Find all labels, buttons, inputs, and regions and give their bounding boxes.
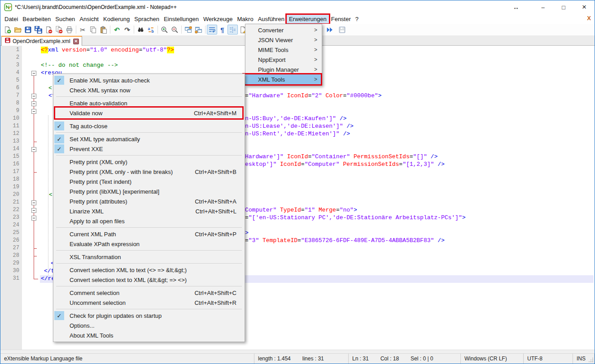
menu-item-plugin-manager[interactable]: Plugin Manager>: [245, 65, 322, 74]
menu-item-comment-selection[interactable]: Comment selectionCtrl+Alt+Shift+C: [53, 288, 245, 298]
minimize-button[interactable]: –: [533, 1, 553, 14]
code-line[interactable]: n-US:Lease','de-DE:Leasen']" />: [245, 123, 354, 130]
open-file-icon[interactable]: [13, 25, 23, 35]
line-number: 20: [0, 191, 19, 199]
menubar-item-kodierung[interactable]: Kodierung: [101, 15, 132, 23]
menu-item-label: Validate now: [70, 110, 102, 117]
code-line[interactable]: Hardware']" IconId="Container" Permissio…: [245, 153, 438, 161]
menu-item-set-xml-type-automatically[interactable]: ✓Set XML type automatically: [53, 134, 245, 144]
menu-item-about-xml-tools[interactable]: About XML Tools: [53, 330, 245, 340]
sync-horizontal-icon[interactable]: [193, 25, 204, 35]
menubar-item-makro[interactable]: Makro: [235, 15, 256, 23]
save-icon[interactable]: [23, 25, 33, 35]
code-line[interactable]: ="Hardware" IconId="2" Color="#0000be">: [245, 92, 381, 100]
copy-icon[interactable]: [88, 25, 98, 35]
menu-item-pretty-print-libxml-experimental[interactable]: Pretty print (libXML) [experimental]: [53, 186, 245, 196]
fold-toggle[interactable]: [31, 71, 36, 76]
menu-item-pretty-print-xml-only[interactable]: Pretty print (XML only): [53, 157, 245, 167]
run-macro-icon[interactable]: [324, 25, 335, 35]
cut-icon[interactable]: ✂: [78, 25, 88, 35]
menubar-item-ausf-hren[interactable]: Ausführen: [256, 15, 287, 23]
close-file-icon[interactable]: [44, 25, 54, 35]
menu-item-uncomment-selection[interactable]: Uncomment selectionCtrl+Alt+Shift+R: [53, 298, 245, 308]
save-all-icon[interactable]: [33, 25, 44, 35]
menu-item-convert-selection-xml-to-text-lt-gt[interactable]: Convert selection XML to text (<> => &lt…: [53, 265, 245, 275]
menubar-item-ansicht[interactable]: Ansicht: [77, 15, 101, 23]
maximize-button[interactable]: □: [553, 1, 574, 14]
menu-item-check-xml-syntax-now[interactable]: Check XML syntax now: [53, 85, 245, 95]
fold-toggle[interactable]: [31, 101, 36, 106]
code-line[interactable]: <?xml version="1.0" encoding="utf-8"?>: [41, 47, 174, 54]
menu-item-options[interactable]: Options...: [53, 321, 245, 330]
menu-item-label: Pretty print (XML only): [70, 159, 127, 165]
word-wrap-icon[interactable]: [207, 25, 217, 35]
fold-toggle[interactable]: [31, 94, 36, 99]
menu-item-linarize-xml[interactable]: Linarize XMLCtrl+Alt+Shift+L: [53, 206, 245, 216]
menu-item-pretty-print-xml-only-with-line-breaks[interactable]: Pretty print (XML only - with line break…: [53, 167, 245, 177]
menu-item-current-xml-path[interactable]: Current XML PathCtrl+Alt+Shift+P: [53, 229, 245, 239]
code-line[interactable]: >: [245, 230, 249, 237]
code-line[interactable]: <!-- do not change -->: [41, 62, 118, 69]
zoom-out-icon[interactable]: [170, 25, 180, 35]
code-line[interactable]: ="['en-US:Stationary PC','de-DE:Stationä…: [245, 214, 466, 222]
close-all-icon[interactable]: [54, 25, 64, 35]
title-bar: *C:\Users\j.brandt\Documents\OpenOrderEx…: [0, 0, 595, 14]
show-all-characters-icon[interactable]: ¶: [217, 25, 228, 35]
menu-item-evaluate-xpath-expression[interactable]: Evaluate XPath expression: [53, 239, 245, 249]
code-line[interactable]: n-US:Rent','de-DE:Mieten']" />: [245, 130, 350, 138]
paste-icon[interactable]: [98, 25, 109, 35]
sync-vertical-icon[interactable]: [183, 25, 193, 35]
menubar-item-datei[interactable]: Datei: [2, 15, 20, 23]
fold-toggle[interactable]: [31, 208, 36, 213]
new-file-icon[interactable]: [2, 25, 13, 35]
menu-item-tag-auto-close[interactable]: ✓Tag auto-close: [53, 121, 245, 131]
menubar-item-sprachen[interactable]: Sprachen: [132, 15, 162, 23]
close-document-icon[interactable]: X: [587, 15, 591, 22]
menu-item-validate-now[interactable]: Validate nowCtrl+Alt+Shift+M: [53, 108, 245, 118]
tab-close-icon[interactable]: ✕: [73, 39, 79, 44]
line-number: 9: [0, 108, 19, 115]
menu-item-json-viewer[interactable]: JSON Viewer>: [245, 35, 322, 45]
horizontal-scrollbar-track[interactable]: [0, 350, 595, 353]
menu-item-prevent-xxe[interactable]: ✓Prevent XXE: [53, 144, 245, 154]
menu-item-pretty-print-attributes[interactable]: Pretty print (attributes)Ctrl+Alt+Shift+…: [53, 196, 245, 206]
code-line[interactable]: Computer" TypeId="1" Merge="no">: [245, 207, 357, 214]
menubar-item-erweiterungen[interactable]: Erweiterungen: [287, 15, 329, 23]
menu-item-apply-to-all-open-files[interactable]: Apply to all open files: [53, 216, 245, 226]
menu-item-pretty-print-text-indent[interactable]: Pretty print (Text indent): [53, 177, 245, 186]
menu-item-enable-xml-syntax-auto-check[interactable]: ✓Enable XML syntax auto-check: [53, 75, 245, 85]
close-button[interactable]: ×: [574, 1, 595, 14]
menubar-item-werkzeuge[interactable]: Werkzeuge: [201, 15, 235, 23]
find-icon[interactable]: [136, 25, 146, 35]
fold-toggle[interactable]: [31, 216, 36, 221]
undo-icon[interactable]: ↶: [112, 25, 122, 35]
code-line[interactable]: esktop']" IconId="Computer" PermissionSe…: [245, 161, 445, 169]
menu-item-xsl-transformation[interactable]: XSL Transformation: [53, 252, 245, 262]
menu-item-convert-selection-text-to-xml-lt-gt[interactable]: Convert selection text to XML (&lt;&gt; …: [53, 275, 245, 285]
code-line[interactable]: ="3" TemplateID="E3865726-6FDF-489E-A7D5…: [245, 237, 445, 245]
print-icon[interactable]: [64, 25, 74, 35]
zoom-in-icon[interactable]: [159, 25, 170, 35]
fold-toggle[interactable]: [31, 109, 36, 114]
menubar-item-bearbeiten[interactable]: Bearbeiten: [20, 15, 53, 23]
menubar-item-einstellungen[interactable]: Einstellungen: [162, 15, 201, 23]
fold-toggle[interactable]: [31, 200, 36, 205]
redo-icon[interactable]: ↷: [122, 25, 132, 35]
save-macro-icon[interactable]: [337, 25, 347, 35]
resize-grip[interactable]: [592, 361, 593, 362]
menu-item-enable-auto-validation[interactable]: Enable auto-validation: [53, 98, 245, 108]
code-line[interactable]: n-US:Buy','de-DE:Kaufen']" />: [245, 115, 346, 123]
replace-icon[interactable]: ab: [146, 25, 156, 35]
fold-toggle[interactable]: [31, 147, 36, 152]
menubar-item-fenster[interactable]: Fenster: [329, 15, 353, 23]
menubar-item-suchen[interactable]: Suchen: [53, 15, 77, 23]
menu-item-xml-tools[interactable]: XML Tools>: [245, 74, 322, 84]
menu-item-nppexport[interactable]: NppExport>: [245, 55, 322, 65]
indent-guide-icon[interactable]: [228, 25, 238, 35]
menu-item-converter[interactable]: Converter>: [245, 25, 322, 35]
menu-item-mime-tools[interactable]: MIME Tools>: [245, 45, 322, 55]
menu-item-check-for-plugin-updates-on-startup[interactable]: ✓Check for plugin updates on startup: [53, 311, 245, 321]
tab-openorderexample[interactable]: OpenOrderExample.xml ✕: [1, 36, 82, 46]
menubar-item-[interactable]: ?: [353, 15, 361, 23]
menu-item-label: Enable auto-validation: [70, 100, 127, 107]
